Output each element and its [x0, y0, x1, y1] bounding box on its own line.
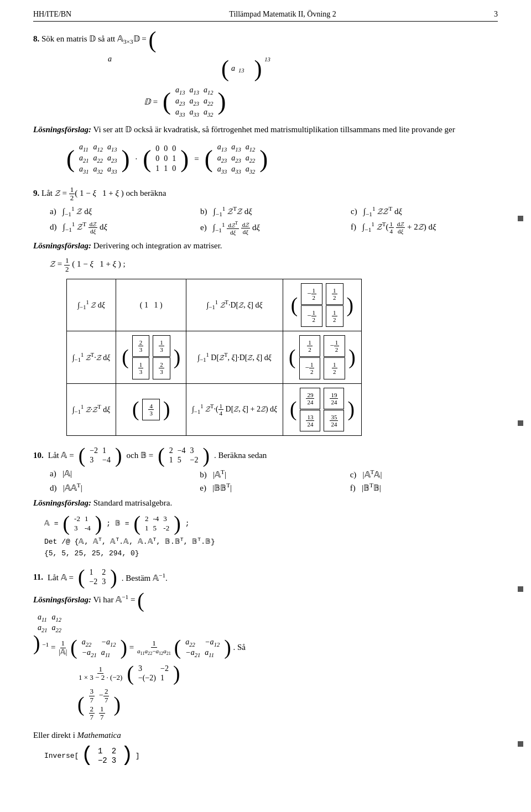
- problem-11-computation: 11 × 3 − 2 · (−2) ( 3−2 −(−2)1 ) ( 37 −2…: [77, 664, 498, 722]
- sidebar-marker-3: [518, 586, 523, 592]
- problem-10-solution-label: Lösningsförslag: Standard matrisalgebra.: [33, 496, 498, 509]
- problem8-solution-matrices: ( a11 a12 a13 a21 a22 a23 a31 a32: [66, 142, 498, 175]
- problem-11-solution-label: Lösningsförslag: Vi har 𝔸−1 = (: [33, 591, 498, 610]
- problem8-equation: 𝔻 = ( a13 a13 a12 a23 a23 a22 a33: [144, 85, 498, 118]
- integration-table: ∫−11 𝓩 dξ ( 1 1 ) ∫−11 𝓩T·D[𝓩, ξ] dξ ( −…: [66, 279, 362, 436]
- matrix-p-display: (: [149, 28, 157, 51]
- problem-10: 10. Låt 𝔸 = ( −21 3−4 ) och 𝔹 = ( 2−43 1…: [33, 446, 498, 558]
- header-center: Tillämpad Matematik II, Övning 2: [229, 10, 336, 19]
- page: HH/ITE/BN Tillämpad Matematik II, Övning…: [0, 0, 531, 812]
- problem-9-solution-label: Lösningsförslag: Derivering och integrat…: [33, 239, 498, 252]
- problem-10-code-result: {5, 5, 25, 25, 294, 0}: [44, 549, 498, 558]
- problem-10-text: 10. Låt 𝔸 = ( −21 3−4 ) och 𝔹 = ( 2−43 1…: [33, 446, 498, 465]
- header-left: HH/ITE/BN: [33, 10, 71, 19]
- paren-left: (: [149, 28, 157, 51]
- page-header: HH/ITE/BN Tillämpad Matematik II, Övning…: [33, 10, 498, 22]
- problem-8-solution-intro: Lösningsförslag: Vi ser att 𝔻 också är k…: [33, 123, 498, 136]
- problem-8-text: 8. Sök en matris 𝔻 så att 𝔸3×3𝔻 = (: [33, 28, 498, 51]
- N-display: 𝓩 = 12 ( 1 − ξ 1 + ξ ) ;: [50, 257, 498, 273]
- problem-9-parts: a) ∫−11 𝓩 dξ b) ∫−11 𝓩T𝓩 dξ c) ∫−11 𝓩𝓩T …: [50, 205, 498, 236]
- header-right: 3: [494, 10, 498, 19]
- problem-11-mathematica-code: Inverse[ ( 12 −23 ) ]: [44, 746, 498, 766]
- sidebar-marker-2: [518, 420, 523, 426]
- problem-8: 8. Sök en matris 𝔻 så att 𝔸3×3𝔻 = ( a13 …: [33, 28, 498, 176]
- sidebar-marker-4: [518, 741, 523, 747]
- problem-11-text: 11. Låt 𝔸 = ( 12 −23 ) . Bestäm 𝔸−1.: [33, 568, 498, 587]
- sidebar-marker-1: [518, 216, 523, 221]
- problem-11: 11. Låt 𝔸 = ( 12 −23 ) . Bestäm 𝔸−1. Lös…: [33, 568, 498, 765]
- problem-10-code-det: Det /@ {𝔸, 𝔸T, 𝔸T.𝔸, 𝔸.𝔸T, 𝔹.𝔹T, 𝔹T.𝔹}: [44, 537, 498, 546]
- problem-11-mathematica-label: Eller direkt i Mathematica: [33, 728, 498, 742]
- problem-9-text: 9. Låt 𝓩 = 12( 1 − ξ 1 + ξ ) och beräkna: [33, 186, 498, 202]
- problem-9: 9. Låt 𝓩 = 12( 1 − ξ 1 + ξ ) och beräkna…: [33, 186, 498, 436]
- problem-10-code-matrices: 𝔸 = ( -21 3-4 ) ; 𝔹 = ( 2-43 15-2 ) ;: [44, 514, 498, 533]
- problem-10-parts: a) |𝔸| b) |𝔸T| c) |𝔸T𝔸| d) |𝔸𝔸T| e) |𝔹𝔹T…: [50, 469, 498, 493]
